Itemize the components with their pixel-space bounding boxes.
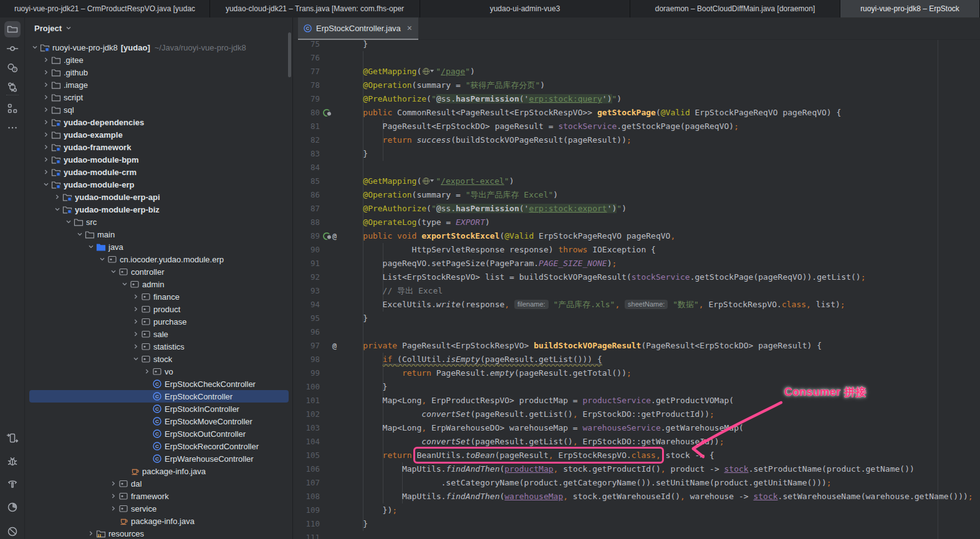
code-line[interactable]: 107 .setCategoryName(product.getCategory… (294, 476, 980, 490)
code-line[interactable]: 79 @PreAuthorize("@ss.hasPermission('erp… (294, 92, 980, 106)
tree-row[interactable]: CErpStockOutController (29, 427, 289, 440)
chevron-right-icon[interactable] (130, 317, 141, 327)
chevron-right-icon[interactable] (41, 167, 51, 177)
tree-row[interactable]: .image (29, 79, 289, 91)
tree-row[interactable]: java (29, 241, 289, 253)
window-tab[interactable]: yudao-ui-admin-vue3 (420, 0, 630, 17)
code-line[interactable]: 76 (294, 51, 980, 65)
code-line[interactable]: 88 @OperateLog(type = EXPORT) (294, 216, 980, 229)
chevron-right-icon[interactable] (41, 80, 51, 90)
window-tab[interactable]: ruoyi-vue-pro-jdk21 – CrmProductRespVO.j… (0, 0, 210, 17)
tree-row[interactable]: sale (29, 328, 289, 340)
api-endpoint-icon[interactable] (322, 108, 332, 118)
code-line[interactable]: 101 Map<Long, ErpProductRespVO> productM… (294, 394, 980, 408)
tree-row[interactable]: package-info.java (29, 465, 289, 477)
tree-row[interactable]: CErpStockCheckController (29, 378, 289, 390)
tree-row[interactable]: product (29, 303, 289, 315)
code-line[interactable]: 82 return success(buildStockVOPageResult… (294, 133, 980, 147)
code-line[interactable]: 97@ private PageResult<ErpStockRespVO> b… (294, 339, 980, 353)
tree-row[interactable]: script (29, 91, 289, 103)
chevron-right-icon[interactable] (41, 155, 51, 165)
chevron-right-icon[interactable] (41, 130, 51, 140)
code-line[interactable]: 86 @Operation(summary = "导出产品库存 Excel") (294, 188, 980, 202)
tree-row[interactable]: yudao-module-crm (29, 166, 289, 178)
tree-row[interactable]: ruoyi-vue-pro-jdk8[yudao]~/Java/ruoyi-vu… (29, 41, 289, 54)
window-tab[interactable]: ruoyi-vue-pro-jdk8 – ErpStock (840, 0, 980, 17)
tree-row[interactable]: vo (29, 365, 289, 378)
chevron-right-icon[interactable] (41, 92, 51, 102)
chevron-right-icon[interactable] (41, 67, 51, 77)
tree-row[interactable]: .github (29, 66, 289, 79)
chevron-right-icon[interactable] (108, 491, 118, 501)
url-globe-icon[interactable] (423, 68, 430, 75)
tree-row[interactable]: yudao-dependencies (29, 116, 289, 128)
services-icon[interactable] (4, 430, 21, 446)
tree-row[interactable]: yudao-example (29, 128, 289, 141)
chevron-right-icon[interactable] (41, 105, 51, 115)
tree-row[interactable]: CErpStockRecordController (29, 440, 289, 452)
code-line[interactable]: 75 } (294, 40, 980, 51)
close-icon[interactable]: × (407, 23, 412, 33)
chevron-down-icon[interactable] (108, 267, 118, 277)
code-line[interactable]: 92 List<ErpStockRespVO> list = buildStoc… (294, 270, 980, 284)
tree-row[interactable]: yudao-framework (29, 141, 289, 153)
chevron-right-icon[interactable] (85, 528, 96, 538)
tree-row[interactable]: yudao-module-erp-biz (29, 203, 289, 216)
tree-row[interactable]: yudao-module-erp (29, 178, 289, 191)
chevron-right-icon[interactable] (130, 329, 141, 339)
project-header[interactable]: Project (26, 17, 292, 39)
tree-row[interactable]: admin (29, 278, 289, 290)
code-line[interactable]: 89@ public void exportStockExcel(@Valid … (294, 229, 980, 243)
chevron-right-icon[interactable] (41, 55, 51, 65)
code-line[interactable]: 93 // 导出 Excel (294, 284, 980, 298)
chevron-right-icon[interactable] (142, 366, 152, 376)
annotation-gutter-icon[interactable]: @ (332, 339, 337, 353)
code-line[interactable]: 110 } (294, 517, 980, 531)
chevron-down-icon[interactable] (430, 70, 434, 72)
tree-row[interactable]: yudao-module-bpm (29, 153, 289, 166)
chevron-right-icon[interactable] (108, 503, 118, 513)
build-icon[interactable] (4, 475, 21, 492)
code-line[interactable]: 80 public CommonResult<PageResult<ErpSto… (294, 106, 980, 120)
more-icon[interactable] (4, 120, 21, 136)
window-tab[interactable]: doraemon – BootCloudDiffMain.java [dorae… (630, 0, 840, 17)
code-line[interactable]: 94 ExcelUtils.write(response, filename: … (294, 298, 980, 312)
code-line[interactable]: 99 return PageResult.empty(pageResult.ge… (294, 366, 980, 380)
code-line[interactable]: 83 } (294, 147, 980, 161)
annotation-gutter-icon[interactable]: @ (332, 229, 337, 243)
debug-icon[interactable] (4, 453, 21, 469)
tree-row[interactable]: package-info.java (29, 515, 289, 527)
tree-row[interactable]: .gitee (29, 54, 289, 66)
profiler-icon[interactable] (4, 499, 21, 515)
code-line[interactable]: 90 HttpServletResponse response) throws … (294, 243, 980, 257)
database-icon[interactable] (4, 523, 21, 539)
code-line[interactable]: 85 @GetMapping("/export-excel") (294, 174, 980, 188)
code-with-me-icon[interactable]: ? (4, 60, 21, 76)
chevron-down-icon[interactable] (74, 229, 85, 239)
code-line[interactable]: 103 Map<Long, ErpWarehouseDO> warehouseM… (294, 421, 980, 435)
code-line[interactable]: 96 (294, 325, 980, 339)
chevron-right-icon[interactable] (41, 142, 51, 152)
code-line[interactable]: 106 MapUtils.findAndThen(productMap, sto… (294, 462, 980, 476)
pull-requests-icon[interactable] (4, 79, 21, 95)
window-tab[interactable]: yudao-cloud-jdk21 – Trans.java [Maven: c… (210, 0, 420, 17)
tree-row[interactable]: yudao-module-erp-api (29, 191, 289, 203)
code-line[interactable]: 98 if (CollUtil.isEmpty(pageResult.getLi… (294, 353, 980, 366)
code-line[interactable]: 95 } (294, 312, 980, 325)
chevron-down-icon[interactable] (63, 217, 74, 227)
chevron-right-icon[interactable] (108, 479, 118, 489)
tree-row[interactable]: dal (29, 477, 289, 490)
tree-row[interactable]: CErpWarehouseController (29, 452, 289, 465)
code-line[interactable]: 111 (294, 531, 980, 539)
tree-row[interactable]: cn.iocoder.yudao.module.erp (29, 253, 289, 265)
project-icon[interactable] (4, 21, 21, 37)
url-globe-icon[interactable] (423, 178, 430, 184)
code-line[interactable]: 105 return BeanUtils.toBean(pageResult, … (294, 449, 980, 462)
code-line[interactable]: 91 pageReqVO.setPageSize(PageParam.PAGE_… (294, 257, 980, 270)
structure-icon[interactable] (4, 100, 21, 117)
editor-tab[interactable]: C ErpStockController.java × (298, 17, 418, 40)
chevron-down-icon[interactable] (97, 254, 107, 264)
commit-icon[interactable] (4, 41, 21, 57)
tree-row[interactable]: main (29, 228, 289, 241)
tree-row[interactable]: CErpStockInController (29, 403, 289, 415)
